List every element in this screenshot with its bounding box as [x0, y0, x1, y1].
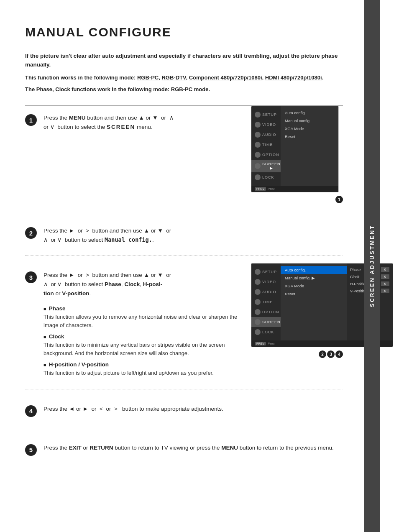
divider-1 — [25, 211, 343, 211]
tv-footer-1: PREV Prev. — [251, 186, 338, 192]
side-tab-text: SCREEN ADJUSTMENT — [369, 225, 375, 307]
step1-row: 1 Press the MENU button and then use ▲ o… — [25, 106, 343, 203]
sidebar2-setup: SETUP — [251, 267, 281, 277]
step4-circle: 4 — [25, 405, 37, 417]
step4: 4 Press the ◄ or ► or < or > button to m… — [25, 397, 343, 420]
vpos-label: V-position — [62, 290, 89, 297]
step3-right: SETUP VIDEO AUDIO TIME OPTION SCREEN LOC… — [251, 263, 343, 358]
sub-hv-pos-title: H-position / V-position — [43, 361, 243, 368]
sub-phase: Phase This function allows you to remove… — [43, 305, 243, 329]
badge-steps234-row: 2 3 4 — [251, 350, 343, 358]
return-key: RETURN — [90, 445, 113, 451]
badge-1: 1 — [335, 196, 343, 203]
phase-label: Phase — [105, 281, 121, 287]
sub-clock: Clock This function is to minimize any v… — [43, 333, 243, 357]
sub-hv-pos: H-position / V-position This function is… — [43, 361, 243, 377]
step5-circle: 5 — [25, 444, 37, 456]
menu2-item-autoconfig: Auto config. — [281, 266, 347, 274]
tv-sidebar-1: SETUP VIDEO AUDIO TIME OPTION SCREEN ▶ L… — [251, 106, 281, 186]
divider-2 — [25, 255, 343, 256]
badge-step1-row: 1 — [251, 196, 343, 203]
menu2-item-reset: Reset — [281, 290, 347, 298]
page-title: MANUAL CONFIGURE — [25, 25, 343, 39]
clock-label: Clock — [124, 281, 140, 287]
step5-text: Press the EXIT or RETURN button to retur… — [43, 443, 343, 453]
sidebar-time: TIME — [251, 140, 281, 150]
menu2-item-manualconfig: Manual config. ▶ — [281, 274, 347, 282]
sub-phase-desc: This function allows you to remove any h… — [43, 313, 243, 329]
menu2-item-xgamode: XGA Mode — [281, 282, 347, 290]
menu-key2: MENU — [221, 445, 238, 451]
tv-menu-1: SETUP VIDEO AUDIO TIME OPTION SCREEN ▶ L… — [251, 106, 339, 192]
sidebar-option: OPTION — [251, 150, 281, 160]
main-content: MANUAL CONFIGURE If the picture isn't cl… — [0, 0, 364, 532]
sidebar2-time: TIME — [251, 297, 281, 307]
sidebar2-option: OPTION — [251, 307, 281, 317]
sub-section: Phase This function allows you to remove… — [25, 301, 243, 377]
step2-text: Press the ► or > button and then use ▲ o… — [43, 226, 343, 244]
exit-key: EXIT — [69, 445, 82, 451]
right-val-clock: 0 — [381, 274, 389, 279]
sidebar2-lock: LOCK — [251, 327, 281, 337]
right-label-clock: Clock — [350, 275, 360, 279]
badge-4: 4 — [335, 350, 343, 358]
badge-3: 3 — [327, 350, 335, 358]
divider-5 — [25, 467, 343, 467]
sidebar-setup: SETUP — [251, 110, 281, 120]
step3-left: 3 Press the ► or > button and then use ▲… — [25, 263, 243, 381]
sidebar-screen-active: SCREEN ▶ — [251, 160, 281, 172]
divider-4 — [25, 428, 343, 428]
prev-label-1: Prev. — [268, 187, 275, 191]
step3: 3 Press the ► or > button and then use ▲… — [25, 263, 243, 301]
side-tab: SCREEN ADJUSTMENT — [364, 0, 380, 532]
hpos-label: H-posi-tion — [43, 281, 162, 297]
sidebar2-screen-active: SCREEN — [251, 317, 281, 327]
right-val-hpos: 0 — [381, 281, 389, 286]
menu-item-manualconfig1: Manual config. — [281, 117, 338, 125]
intro-note1: This function works in the following mod… — [25, 74, 343, 82]
step1-circle: 1 — [25, 114, 37, 126]
prev-btn-2: PREV — [255, 342, 266, 345]
tv-menu-inner-1: SETUP VIDEO AUDIO TIME OPTION SCREEN ▶ L… — [251, 106, 338, 186]
right-val-vpos: 0 — [381, 289, 389, 293]
tv-main-menu-1: Auto config. Manual config. XGA Mode Res… — [281, 106, 338, 186]
step4-text: Press the ◄ or ► or < or > button to mak… — [43, 404, 343, 414]
right-label-phase: Phase — [350, 268, 361, 272]
step5: 5 Press the EXIT or RETURN button to ret… — [25, 436, 343, 459]
sub-hv-pos-desc: This function is to adjust picture to le… — [43, 369, 243, 377]
step1-text: Press the MENU button and then use ▲ or … — [43, 113, 243, 131]
tv-main-menu-2: Auto config. Manual config. ▶ XGA Mode R… — [281, 263, 347, 340]
manual-config-label: Manual config. — [105, 236, 152, 243]
prev-btn-1: PREV — [255, 187, 266, 191]
menu-item-reset1: Reset — [281, 133, 338, 141]
step2-circle: 2 — [25, 227, 37, 239]
sub-phase-title: Phase — [43, 305, 243, 312]
screen-key: SCREEN — [107, 124, 135, 130]
right-val-phase: 0 — [381, 267, 389, 272]
step3-circle: 3 — [25, 271, 37, 283]
page-container: MANUAL CONFIGURE If the picture isn't cl… — [0, 0, 399, 532]
tv-sidebar-2: SETUP VIDEO AUDIO TIME OPTION SCREEN LOC… — [251, 263, 281, 340]
step1-left: 1 Press the MENU button and then use ▲ o… — [25, 106, 243, 135]
step2: 2 Press the ► or > button and then use ▲… — [25, 219, 343, 248]
sidebar-audio: AUDIO — [251, 130, 281, 140]
menu-item-xgamode1: XGA Mode — [281, 125, 338, 133]
sidebar-lock: LOCK — [251, 172, 281, 182]
sub-clock-title: Clock — [43, 333, 243, 340]
intro-note2: The Phase, Clock functions work in the f… — [25, 85, 343, 94]
intro-bold: If the picture isn't clear after auto ad… — [25, 52, 343, 69]
menu-key: MENU — [69, 115, 86, 121]
prev-label-2: Prev. — [268, 342, 275, 345]
divider-3 — [25, 389, 343, 389]
step1-right: SETUP VIDEO AUDIO TIME OPTION SCREEN ▶ L… — [251, 106, 343, 203]
sidebar-video: VIDEO — [251, 120, 281, 130]
sub-clock-desc: This function is to minimize any vertica… — [43, 341, 243, 357]
sidebar2-audio: AUDIO — [251, 287, 281, 297]
step3-row: 3 Press the ► or > button and then use ▲… — [25, 263, 343, 381]
badge-2: 2 — [319, 350, 326, 358]
step3-text: Press the ► or > button and then use ▲ o… — [43, 271, 243, 298]
sidebar2-video: VIDEO — [251, 277, 281, 287]
step1: 1 Press the MENU button and then use ▲ o… — [25, 106, 243, 135]
menu-item-autoconfig1: Auto config. — [281, 109, 338, 117]
